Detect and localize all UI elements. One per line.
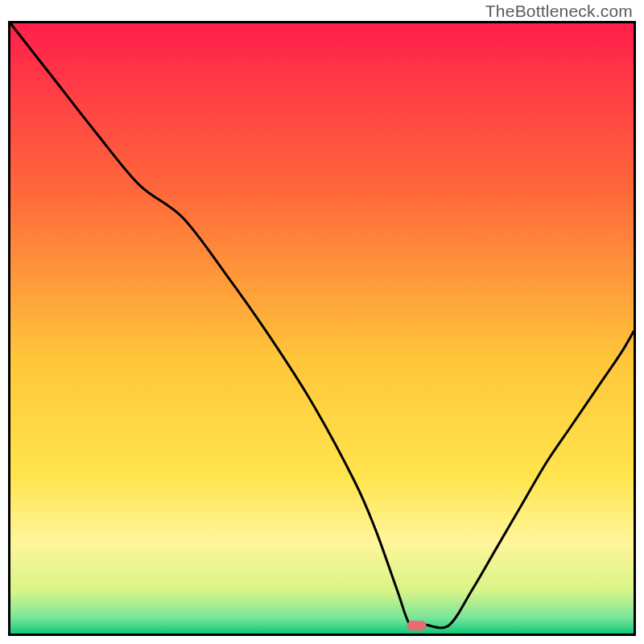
watermark-text: TheBottleneck.com (485, 2, 633, 21)
chart-gradient-bg (10, 23, 634, 634)
bottleneck-chart (8, 21, 636, 636)
optimum-marker (407, 621, 427, 630)
chart-frame (8, 21, 636, 636)
